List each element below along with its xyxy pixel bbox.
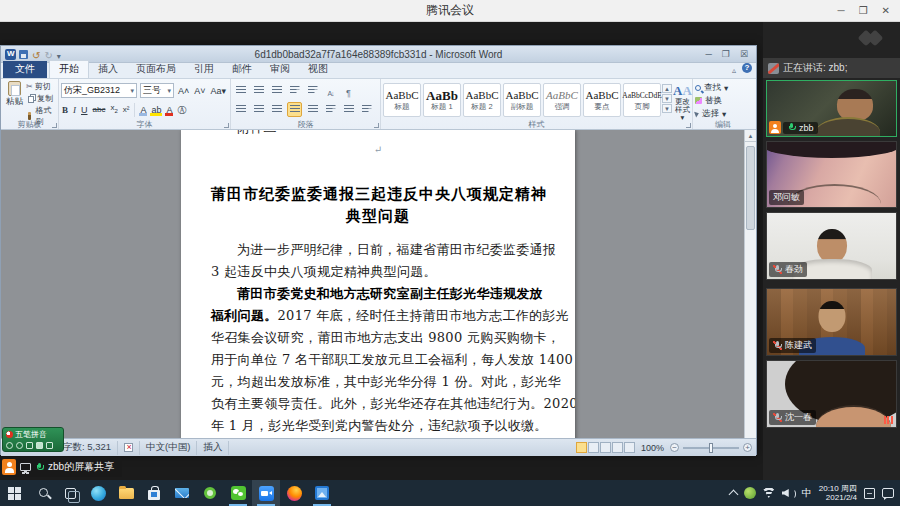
line-spacing-button[interactable] bbox=[323, 102, 338, 117]
ribbon-tab[interactable]: 引用 bbox=[185, 61, 223, 78]
zoom-in-button[interactable]: + bbox=[743, 443, 752, 452]
minimize-icon[interactable]: ─ bbox=[838, 0, 845, 22]
ime-hand-icon[interactable] bbox=[6, 442, 13, 449]
style-item[interactable]: AaBb 标题 1 bbox=[423, 83, 461, 117]
close-icon[interactable]: ✕ bbox=[882, 0, 890, 22]
vertical-scrollbar[interactable] bbox=[744, 130, 756, 438]
participant-video-tile[interactable]: 陈建武 bbox=[766, 288, 897, 356]
volume-icon[interactable] bbox=[782, 488, 795, 498]
superscript-button[interactable]: x² bbox=[122, 103, 131, 117]
save-button[interactable] bbox=[19, 50, 28, 59]
change-case-button[interactable]: Aa▾ bbox=[210, 84, 228, 98]
font-size-combo[interactable]: 三号▾ bbox=[140, 83, 174, 98]
zoom-level[interactable]: 100% bbox=[639, 443, 666, 453]
style-item[interactable]: AaBbC 标题 bbox=[383, 83, 421, 117]
gallery-up-icon[interactable]: ▲ bbox=[662, 84, 672, 93]
browser-360-icon[interactable] bbox=[196, 480, 224, 506]
ribbon-tab[interactable]: 插入 bbox=[89, 61, 127, 78]
copy-button[interactable]: 复制 bbox=[26, 93, 56, 104]
shrink-font-button[interactable]: A˅ bbox=[193, 84, 206, 98]
search-icon[interactable] bbox=[28, 480, 56, 506]
participant-video-tile[interactable]: 邓问敏 bbox=[766, 141, 897, 208]
language-status[interactable]: 中文(中国) bbox=[140, 441, 197, 455]
multilevel-list-button[interactable] bbox=[269, 83, 284, 98]
minimize-ribbon-icon[interactable] bbox=[732, 59, 736, 77]
paragraph-dialog-launcher[interactable] bbox=[374, 123, 379, 128]
style-item[interactable]: AaBbCcDdE 页脚 bbox=[623, 83, 661, 117]
participant-video-tile[interactable]: 春劲 bbox=[766, 212, 897, 280]
grow-font-button[interactable]: A˄ bbox=[177, 84, 190, 98]
style-item[interactable]: AaBbC 强调 bbox=[543, 83, 581, 117]
ribbon-tab[interactable]: 视图 bbox=[299, 61, 337, 78]
zoom-slider[interactable] bbox=[683, 447, 739, 449]
edge-icon[interactable] bbox=[84, 480, 112, 506]
tab-file[interactable]: 文件 bbox=[3, 61, 47, 78]
word-minimize-icon[interactable]: ─ bbox=[705, 47, 711, 62]
network-icon[interactable] bbox=[763, 488, 775, 498]
numbering-button[interactable] bbox=[251, 83, 266, 98]
justify-button[interactable] bbox=[287, 102, 302, 117]
align-right-button[interactable] bbox=[269, 102, 284, 117]
cut-button[interactable]: 剪切 bbox=[26, 81, 56, 92]
action-center-icon[interactable] bbox=[882, 488, 894, 498]
participant-video-tile[interactable]: zbb bbox=[766, 80, 897, 137]
font-color-button[interactable]: A bbox=[165, 103, 173, 117]
bullets-button[interactable] bbox=[233, 83, 248, 98]
notes-tray-icon[interactable] bbox=[864, 488, 875, 499]
word-close-icon[interactable]: ☒ bbox=[740, 47, 748, 62]
ime-keyboard-icon[interactable] bbox=[46, 442, 53, 449]
distribute-button[interactable] bbox=[305, 102, 320, 117]
bold-button[interactable]: B bbox=[61, 103, 69, 117]
ribbon-tab[interactable]: 邮件 bbox=[223, 61, 261, 78]
font-dialog-launcher[interactable] bbox=[224, 123, 229, 128]
align-left-button[interactable] bbox=[233, 102, 248, 117]
italic-button[interactable]: I bbox=[72, 103, 77, 117]
underline-button[interactable]: U bbox=[80, 103, 89, 117]
store-icon[interactable] bbox=[140, 480, 168, 506]
style-item[interactable]: AaBbC 副标题 bbox=[503, 83, 541, 117]
sort-button[interactable] bbox=[323, 83, 338, 98]
start-button[interactable] bbox=[0, 480, 28, 506]
style-item[interactable]: AaBbC 标题 2 bbox=[463, 83, 501, 117]
zoom-slider-thumb[interactable] bbox=[709, 443, 713, 453]
change-styles-button[interactable]: AA 更改样式 ▾ bbox=[673, 81, 692, 122]
spell-check-status[interactable] bbox=[118, 441, 140, 455]
fullscreen-view-button[interactable] bbox=[588, 442, 599, 453]
ime-search-icon[interactable] bbox=[16, 442, 23, 449]
shading-button[interactable] bbox=[341, 102, 356, 117]
photos-icon[interactable] bbox=[308, 480, 336, 506]
ime-language-badge[interactable]: 中 bbox=[802, 486, 812, 500]
firefox-icon[interactable] bbox=[280, 480, 308, 506]
word-count[interactable]: 字数: 5,321 bbox=[57, 441, 118, 455]
decrease-indent-button[interactable] bbox=[287, 83, 302, 98]
clipboard-dialog-launcher[interactable] bbox=[52, 123, 57, 128]
find-button[interactable]: 查找▾ bbox=[695, 81, 751, 94]
borders-button[interactable] bbox=[359, 102, 374, 117]
zoom-out-button[interactable]: − bbox=[670, 443, 679, 452]
strikethrough-button[interactable]: abc bbox=[92, 103, 107, 117]
character-shading-button[interactable]: Ⓐ bbox=[176, 103, 187, 117]
gallery-down-icon[interactable]: ▼ bbox=[662, 94, 672, 103]
align-center-button[interactable] bbox=[251, 102, 266, 117]
insert-mode-status[interactable]: 插入 bbox=[197, 441, 229, 455]
wechat-icon[interactable] bbox=[224, 480, 252, 506]
increase-indent-button[interactable] bbox=[305, 83, 320, 98]
replace-button[interactable]: 替换 bbox=[695, 94, 751, 107]
antivirus-tray-icon[interactable] bbox=[744, 487, 756, 499]
taskbar-clock[interactable]: 20:10 周四 2021/2/4 bbox=[819, 484, 857, 502]
print-layout-view-button[interactable] bbox=[576, 442, 587, 453]
show-marks-button[interactable] bbox=[341, 83, 356, 98]
outline-view-button[interactable] bbox=[612, 442, 623, 453]
help-icon[interactable] bbox=[742, 63, 752, 73]
style-item[interactable]: AaBbC 要点 bbox=[583, 83, 621, 117]
restore-icon[interactable]: ❐ bbox=[859, 0, 868, 22]
ribbon-tab[interactable]: 开始 bbox=[49, 60, 89, 78]
ime-toolbar[interactable]: 五笔拼音 bbox=[2, 427, 64, 452]
ribbon-tab[interactable]: 审阅 bbox=[261, 61, 299, 78]
participant-video-tile[interactable]: 沈一春 bbox=[766, 360, 897, 428]
tencent-meeting-icon[interactable] bbox=[252, 480, 280, 506]
task-view-icon[interactable] bbox=[56, 480, 84, 506]
subscript-button[interactable]: x2 bbox=[109, 101, 118, 118]
web-layout-view-button[interactable] bbox=[600, 442, 611, 453]
highlight-color-button[interactable]: ab bbox=[150, 103, 162, 117]
